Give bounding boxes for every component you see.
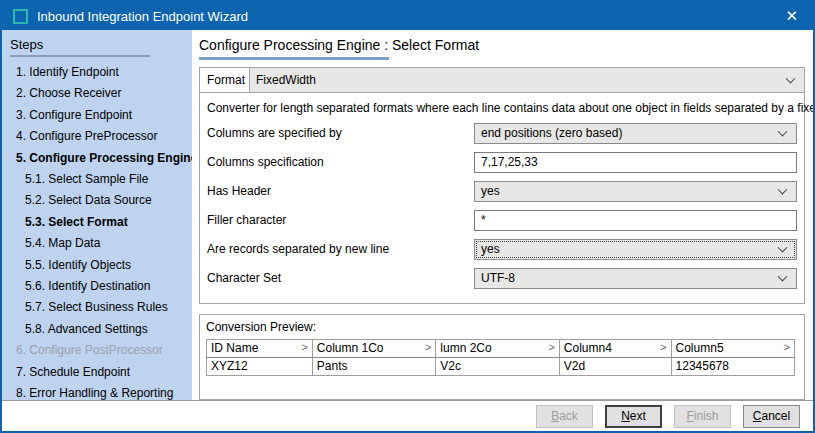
steps-sidebar: Steps 1. Identify Endpoint2. Choose Rece… — [2, 30, 192, 400]
columns-are-specified-by-label: Columns are specified by — [207, 126, 474, 140]
conversion-preview-box: Conversion Preview: ID Name>Column 1Co>l… — [199, 314, 805, 400]
cancel-button[interactable]: Cancel — [743, 405, 800, 428]
are-records-separated-by-new-line-label: Are records separated by new line — [207, 242, 474, 256]
sidebar-step-3-configure-endpoint[interactable]: 3. Configure Endpoint — [10, 105, 192, 126]
sidebar-step-1-identify-endpoint[interactable]: 1. Identify Endpoint — [10, 62, 192, 83]
filler-character-input[interactable]: * — [474, 210, 797, 231]
character-set-select-value: UTF-8 — [481, 271, 515, 285]
sidebar-step-8-error-handling-reporting[interactable]: 8. Error Handling & Reporting — [10, 383, 192, 400]
chevron-down-icon — [778, 185, 788, 195]
has-header-select-value: yes — [481, 184, 500, 198]
app-icon — [13, 9, 28, 24]
preview-column-header-column5[interactable]: Column5> — [671, 339, 795, 357]
finish-button[interactable]: Finish — [674, 405, 731, 428]
field-row-character-set: Character SetUTF-8 — [207, 268, 797, 289]
sort-indicator-icon: > — [301, 341, 307, 353]
has-header-label: Has Header — [207, 184, 474, 198]
preview-column-header-column-1co[interactable]: Column 1Co> — [312, 339, 435, 357]
sidebar-step-6-configure-postprocessor: 6. Configure PostProcessor — [10, 340, 192, 361]
sidebar-step-5-2-select-data-source[interactable]: 5.2. Select Data Source — [10, 190, 192, 211]
sidebar-step-7-schedule-endpoint[interactable]: 7. Schedule Endpoint — [10, 362, 192, 383]
sort-indicator-icon: > — [660, 341, 666, 353]
sidebar-step-5-5-identify-objects[interactable]: 5.5. Identify Objects — [10, 255, 192, 276]
preview-column-header-column4[interactable]: Column4> — [559, 339, 671, 357]
chevron-down-icon — [778, 243, 788, 253]
window-body: Steps 1. Identify Endpoint2. Choose Rece… — [2, 30, 813, 400]
title-bar: Inbound Integration Endpoint Wizard ✕ — [2, 2, 813, 30]
preview-column-label: ID Name — [211, 341, 258, 355]
sidebar-step-5-8-advanced-settings[interactable]: 5.8. Advanced Settings — [10, 319, 192, 340]
preview-cell: XYZ12 — [207, 357, 313, 375]
main-panel: Configure Processing Engine : Select For… — [192, 30, 813, 400]
format-description: Converter for length separated formats w… — [207, 101, 798, 115]
columns-specification-input[interactable]: 7,17,25,33 — [474, 152, 797, 173]
steps-heading: Steps — [10, 37, 192, 52]
are-records-separated-by-new-line-select[interactable]: yes — [474, 239, 797, 260]
filler-character-label: Filler character — [207, 213, 474, 227]
format-row: Format FixedWidth — [200, 68, 804, 93]
preview-table-row: XYZ12PantsV2cV2d12345678 — [207, 357, 795, 375]
preview-column-label: Column5 — [676, 341, 724, 355]
field-row-are-records-separated-by-new-line: Are records separated by new lineyes — [207, 239, 797, 260]
columns-are-specified-by-select[interactable]: end positions (zero based) — [474, 123, 797, 144]
character-set-label: Character Set — [207, 271, 474, 285]
sidebar-step-5-3-select-format[interactable]: 5.3. Select Format — [10, 212, 192, 233]
chevron-down-icon — [778, 272, 788, 282]
sidebar-step-5-7-select-business-rules[interactable]: 5.7. Select Business Rules — [10, 297, 192, 318]
chevron-down-icon — [786, 74, 796, 84]
fields-container: Columns are specified byend positions (z… — [200, 123, 804, 289]
columns-specification-label: Columns specification — [207, 155, 474, 169]
footer-bar: BackNextFinishCancel — [2, 400, 813, 431]
has-header-select[interactable]: yes — [474, 181, 797, 202]
preview-column-label: lumn 2Co — [440, 341, 491, 355]
are-records-separated-by-new-line-select-value: yes — [481, 242, 500, 256]
sort-indicator-icon: > — [784, 341, 790, 353]
window-title: Inbound Integration Endpoint Wizard — [37, 9, 778, 24]
format-select[interactable]: FixedWidth — [250, 68, 804, 92]
columns-are-specified-by-select-value: end positions (zero based) — [481, 126, 622, 140]
preview-cell: V2d — [559, 357, 671, 375]
preview-column-label: Column4 — [564, 341, 612, 355]
field-row-filler-character: Filler character* — [207, 210, 797, 231]
format-select-value: FixedWidth — [256, 73, 316, 87]
page-title-underline — [199, 57, 389, 60]
steps-heading-underline — [10, 55, 150, 57]
conversion-preview-label: Conversion Preview: — [206, 320, 798, 334]
format-form-box: Format FixedWidth Converter for length s… — [199, 67, 805, 304]
steps-list: 1. Identify Endpoint2. Choose Receiver3.… — [10, 62, 192, 400]
sidebar-step-5-configure-processing-engine[interactable]: 5. Configure Processing Engine — [10, 148, 192, 169]
preview-column-header-id-name[interactable]: ID Name> — [207, 339, 313, 357]
page-title: Configure Processing Engine : Select For… — [199, 37, 805, 53]
sidebar-step-4-configure-preprocessor[interactable]: 4. Configure PreProcessor — [10, 126, 192, 147]
sidebar-step-5-6-identify-destination[interactable]: 5.6. Identify Destination — [10, 276, 192, 297]
back-button[interactable]: Back — [536, 405, 593, 428]
field-row-columns-are-specified-by: Columns are specified byend positions (z… — [207, 123, 797, 144]
next-button[interactable]: Next — [605, 405, 662, 428]
preview-column-header-lumn-2co[interactable]: lumn 2Co> — [436, 339, 559, 357]
format-label: Format — [200, 68, 250, 92]
wizard-window: Inbound Integration Endpoint Wizard ✕ St… — [0, 0, 815, 433]
preview-cell: 12345678 — [671, 357, 795, 375]
preview-cell: Pants — [312, 357, 435, 375]
conversion-preview-table: ID Name>Column 1Co>lumn 2Co>Column4>Colu… — [206, 339, 795, 376]
field-row-has-header: Has Headeryes — [207, 181, 797, 202]
preview-column-label: Column 1Co — [317, 341, 384, 355]
field-row-columns-specification: Columns specification7,17,25,33 — [207, 152, 797, 173]
sidebar-step-5-4-map-data[interactable]: 5.4. Map Data — [10, 233, 192, 254]
sort-indicator-icon: > — [548, 341, 554, 353]
chevron-down-icon — [778, 127, 788, 137]
character-set-select[interactable]: UTF-8 — [474, 268, 797, 289]
sidebar-step-5-1-select-sample-file[interactable]: 5.1. Select Sample File — [10, 169, 192, 190]
preview-cell: V2c — [436, 357, 559, 375]
close-icon[interactable]: ✕ — [778, 2, 805, 30]
sidebar-step-2-choose-receiver[interactable]: 2. Choose Receiver — [10, 83, 192, 104]
sort-indicator-icon: > — [425, 341, 431, 353]
